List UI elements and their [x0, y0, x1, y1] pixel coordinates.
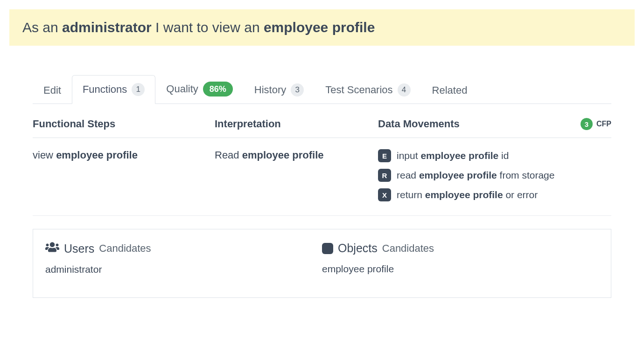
interpretation-cell: Read employee profile — [215, 149, 378, 201]
header-functional-steps: Functional Steps — [33, 118, 215, 130]
dm-bold: employee profile — [425, 189, 503, 200]
object-icon — [322, 243, 333, 254]
banner-role: administrator — [62, 20, 152, 35]
banner-object: employee profile — [264, 20, 375, 35]
data-movements-cell: E input employee profile id R read emplo… — [378, 149, 611, 201]
tab-history-label: History — [254, 84, 286, 96]
objects-candidates: Objects Candidates employee profile — [322, 242, 599, 275]
users-value: administrator — [45, 264, 322, 275]
function-row: view employee profile Read employee prof… — [33, 138, 611, 216]
step-cell: view employee profile — [33, 149, 215, 201]
dm-pre: return — [397, 189, 425, 200]
dm-pre: read — [397, 170, 419, 180]
dm-bold: employee profile — [419, 170, 497, 180]
dm-post: or error — [503, 189, 538, 200]
dm-tag-x: X — [378, 188, 391, 201]
dm-tag-e: E — [378, 149, 391, 162]
tab-quality-percent: 86% — [203, 82, 233, 97]
candidates-box: Users Candidates administrator Objects C… — [33, 229, 611, 298]
users-icon — [45, 242, 59, 255]
tab-test-scenarios[interactable]: Test Scenarios 4 — [315, 76, 421, 104]
tab-edit-label: Edit — [43, 84, 61, 97]
cfp-badge: 3 CFP — [581, 118, 611, 130]
dm-item-entry: E input employee profile id — [378, 149, 611, 162]
step-bold: employee profile — [56, 149, 138, 161]
dm-item-read: R read employee profile from storage — [378, 169, 611, 182]
header-interpretation: Interpretation — [215, 118, 378, 130]
dm-post: id — [498, 150, 509, 161]
banner-prefix: As an — [22, 20, 62, 35]
tabs: Edit Functions 1 Quality 86% History 3 T… — [33, 74, 611, 104]
interp-bold: employee profile — [242, 149, 324, 161]
dm-pre: input — [397, 150, 420, 161]
tab-history[interactable]: History 3 — [244, 76, 315, 104]
cfp-label: CFP — [596, 120, 611, 128]
tab-related[interactable]: Related — [421, 76, 478, 104]
users-subtitle: Candidates — [99, 242, 151, 255]
tab-history-count: 3 — [291, 83, 304, 97]
tab-functions-label: Functions — [83, 83, 127, 96]
header-data-movements: Data Movements — [378, 118, 460, 130]
tab-edit[interactable]: Edit — [33, 76, 72, 104]
tab-functions[interactable]: Functions 1 — [72, 75, 155, 104]
columns-header: Functional Steps Interpretation Data Mov… — [33, 104, 611, 138]
cfp-count: 3 — [581, 118, 593, 130]
interp-prefix: Read — [215, 149, 242, 161]
dm-bold: employee profile — [420, 150, 498, 161]
tab-quality[interactable]: Quality 86% — [155, 74, 244, 104]
objects-subtitle: Candidates — [382, 242, 434, 255]
tab-related-label: Related — [432, 84, 468, 97]
dm-item-exit: X return employee profile or error — [378, 188, 611, 201]
banner-mid: I want to view an — [152, 20, 264, 35]
story-banner: As an administrator I want to view an em… — [9, 9, 635, 46]
objects-value: employee profile — [322, 263, 599, 275]
dm-tag-r: R — [378, 169, 391, 182]
dm-post: from storage — [497, 170, 555, 180]
step-prefix: view — [33, 149, 56, 161]
tab-functions-count: 1 — [132, 83, 145, 96]
tab-quality-label: Quality — [166, 83, 198, 95]
objects-title: Objects — [338, 242, 378, 255]
tab-test-label: Test Scenarios — [325, 84, 392, 96]
tab-test-count: 4 — [398, 83, 411, 97]
users-title: Users — [64, 242, 94, 255]
users-candidates: Users Candidates administrator — [45, 242, 322, 275]
